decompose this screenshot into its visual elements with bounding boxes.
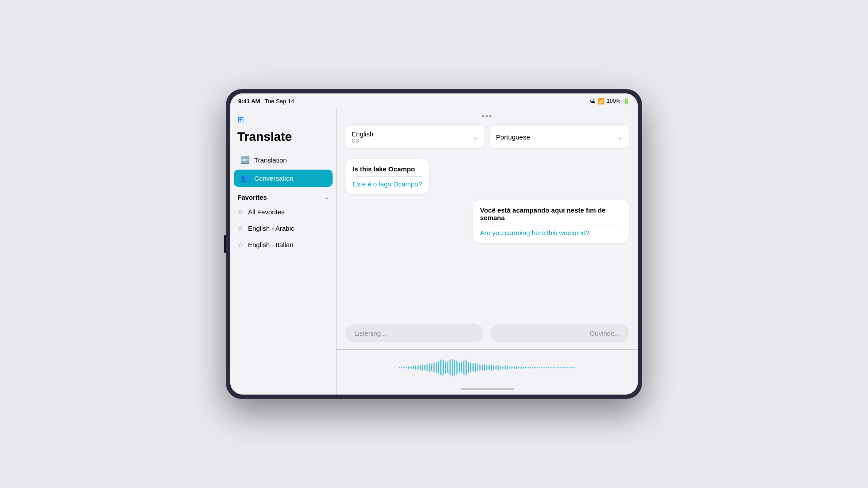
conversation-label: Conversation [254, 174, 293, 182]
star-icon-italian: ☆ [237, 240, 244, 249]
main-translation-area: ••• English US ⌄ Portuguese [337, 108, 638, 395]
battery-icon: 🔋 [623, 98, 630, 105]
sunlight-icon: 🌤 [589, 98, 595, 105]
home-indicator[interactable] [337, 385, 638, 395]
language-selector-left[interactable]: English US ⌄ [345, 126, 484, 148]
lang-left-chevron-icon: ⌄ [473, 134, 478, 141]
english-italian-label: English - Italian [248, 241, 294, 248]
top-dots: ••• [337, 108, 638, 126]
bubble-right-translation: Are you camping here this weekend? [480, 229, 622, 236]
status-right-icons: 🌤 📶 100% 🔋 [589, 98, 630, 105]
english-arabic-label: English - Arabic [248, 225, 294, 232]
app-title: Translate [230, 130, 336, 151]
sidebar: ⊞ Translate 🔤 Translation 👥 Conversation… [230, 108, 337, 395]
wifi-icon: 📶 [597, 98, 604, 105]
chat-bubble-right: Você está acampando aqui neste fim de se… [473, 200, 629, 243]
favorites-section-header: Favorites ⌄ [230, 187, 336, 204]
lang-right-info: Portuguese [496, 133, 530, 141]
star-icon-all: ☆ [237, 208, 244, 216]
home-bar [461, 388, 514, 390]
app-content: ⊞ Translate 🔤 Translation 👥 Conversation… [230, 108, 638, 395]
sidebar-toggle-icon[interactable]: ⊞ [237, 115, 244, 124]
ipad-screen: 9:41 AM Tue Sep 14 🌤 📶 100% 🔋 ⊞ Translat… [230, 93, 638, 395]
sidebar-item-english-arabic[interactable]: ☆ English - Arabic [230, 220, 336, 236]
bubble-right-divider [480, 225, 622, 225]
lang-left-info: English US [352, 130, 373, 144]
chat-bubble-left: Is this lake Ocampo Este é o lago Ocampo… [345, 159, 429, 194]
sidebar-item-translation[interactable]: 🔤 Translation [234, 151, 333, 169]
listen-left-button[interactable]: Listening... [345, 324, 484, 342]
favorites-chevron-icon[interactable]: ⌄ [324, 194, 329, 201]
ipad-device: 9:41 AM Tue Sep 14 🌤 📶 100% 🔋 ⊞ Translat… [226, 89, 642, 399]
sidebar-item-all-favorites[interactable]: ☆ All Favorites [230, 204, 336, 220]
bubble-left-original: Is this lake Ocampo [353, 165, 422, 173]
star-icon-arabic: ☆ [237, 224, 244, 232]
lang-left-name: English [352, 130, 373, 138]
translation-icon: 🔤 [241, 156, 250, 164]
listening-area: Listening... Ouvindo... [337, 318, 638, 349]
conversation-icon: 👥 [241, 174, 250, 182]
lang-left-region: US [352, 138, 373, 144]
lang-right-name: Portuguese [496, 133, 530, 141]
audio-waveform [399, 359, 575, 376]
language-selector-right[interactable]: Portuguese ⌄ [490, 126, 629, 148]
sidebar-header: ⊞ [230, 113, 336, 130]
bubble-left-translation: Este é o lago Ocampo? [353, 180, 422, 188]
language-selectors: English US ⌄ Portuguese ⌄ [337, 126, 638, 155]
status-bar: 9:41 AM Tue Sep 14 🌤 📶 100% 🔋 [230, 93, 638, 108]
bubble-left-divider [353, 176, 422, 177]
bubble-right-original: Você está acampando aqui neste fim de se… [480, 206, 622, 221]
sidebar-item-conversation[interactable]: 👥 Conversation [234, 170, 333, 187]
favorites-label: Favorites [237, 194, 267, 201]
chat-area: Is this lake Ocampo Este é o lago Ocampo… [337, 155, 638, 318]
translation-label: Translation [254, 156, 287, 164]
sidebar-item-english-italian[interactable]: ☆ English - Italian [230, 236, 336, 253]
side-button [224, 235, 226, 253]
lang-right-chevron-icon: ⌄ [617, 134, 623, 141]
dots-icon: ••• [482, 112, 493, 121]
status-date: Tue Sep 14 [264, 98, 294, 105]
battery-level: 100% [607, 98, 620, 104]
listen-right-button[interactable]: Ouvindo... [491, 324, 629, 342]
all-favorites-label: All Favorites [248, 208, 285, 216]
status-time: 9:41 AM [238, 98, 260, 105]
waveform-area [337, 350, 638, 385]
